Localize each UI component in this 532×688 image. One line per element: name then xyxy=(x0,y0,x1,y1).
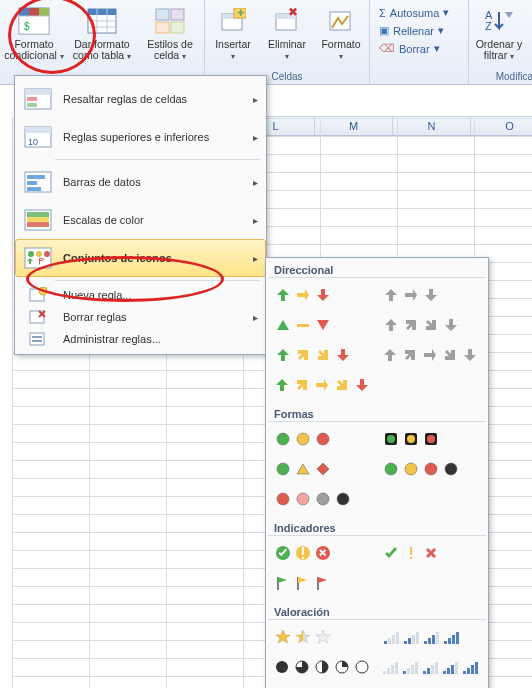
tri-down-red-icon xyxy=(314,317,331,334)
svg-point-55 xyxy=(297,433,309,445)
chevron-right-icon: ▸ xyxy=(253,215,258,226)
svg-point-56 xyxy=(317,433,329,445)
svg-point-58 xyxy=(387,435,395,443)
iconset-option[interactable] xyxy=(272,312,372,338)
svg-rect-108 xyxy=(435,662,438,674)
iconset-option[interactable] xyxy=(272,456,372,482)
chevron-right-icon: ▸ xyxy=(253,312,258,323)
autosum-button[interactable]: ΣAutosuma ▾ xyxy=(374,4,454,21)
iconset-option[interactable] xyxy=(272,426,372,452)
bars-3-icon xyxy=(441,659,458,676)
menu-highlight-rules[interactable]: Resaltar reglas de celdas ▸ xyxy=(15,80,266,118)
circle-pink-icon xyxy=(294,491,311,508)
iconset-option[interactable] xyxy=(272,486,372,512)
clear-button[interactable]: ⌫Borrar ▾ xyxy=(374,40,454,57)
svg-text:10: 10 xyxy=(28,137,38,147)
clear-rules-icon xyxy=(23,308,53,326)
formato-condicional-button[interactable]: $ Formato condicional ▾ xyxy=(0,2,68,65)
svg-rect-82 xyxy=(412,635,415,644)
diamond-red-icon xyxy=(314,461,331,478)
svg-rect-18 xyxy=(171,22,184,33)
sort-filter-button[interactable]: AZ Ordenar y filtrar ▾ xyxy=(471,2,527,65)
menu-clear-rules[interactable]: Borrar reglas ▸ xyxy=(15,306,266,328)
menu-color-scales[interactable]: Escalas de color ▸ xyxy=(15,201,266,239)
circle-gray-icon xyxy=(314,491,331,508)
circle-green-icon xyxy=(274,431,291,448)
fill-button[interactable]: ▣Rellenar ▾ xyxy=(374,22,454,39)
iconset-option[interactable] xyxy=(380,540,480,566)
menu-icon-sets[interactable]: Conjuntos de iconos ▸ xyxy=(15,239,266,277)
cell-styles-button[interactable]: Estilos de celda ▾ xyxy=(136,2,204,65)
svg-rect-109 xyxy=(443,671,446,674)
arrow-dr-yellow-icon xyxy=(314,347,331,364)
arrow-right-gray-icon xyxy=(402,287,419,304)
bars-0-icon xyxy=(382,659,399,676)
arrow-down-gray-icon xyxy=(442,317,459,334)
format-label: Formato xyxy=(321,38,360,50)
new-rule-icon xyxy=(23,286,53,304)
top-bottom-icon: 10 xyxy=(23,124,53,150)
svg-rect-52 xyxy=(32,336,42,338)
dash-yellow-icon xyxy=(294,317,311,334)
clear-label: Borrar xyxy=(399,43,430,55)
svg-rect-38 xyxy=(27,181,37,185)
iconset-option[interactable] xyxy=(272,684,372,688)
iconset-option[interactable] xyxy=(380,456,480,482)
arrow-down-gray-icon xyxy=(422,287,439,304)
modify-group-label: Modificar xyxy=(469,71,532,82)
x-circle-red-icon xyxy=(314,545,331,562)
format-cells-button[interactable]: Formato▾ xyxy=(314,2,368,65)
find-select-button[interactable]: Bu selec xyxy=(527,2,532,65)
svg-rect-100 xyxy=(395,662,398,674)
insert-button[interactable]: ✚ Insertar▾ xyxy=(206,2,260,65)
svg-point-70 xyxy=(317,493,329,505)
svg-rect-16 xyxy=(171,9,184,20)
svg-point-62 xyxy=(427,435,435,443)
heading-formas: Formas xyxy=(268,404,486,422)
iconset-option[interactable] xyxy=(272,570,372,596)
circle-green-icon xyxy=(382,461,399,478)
svg-rect-101 xyxy=(403,671,406,674)
iconset-option[interactable] xyxy=(380,342,480,368)
menu-top-bottom-rules[interactable]: 10 Reglas superiores e inferiores ▸ xyxy=(15,118,266,156)
arrow-up-green-icon xyxy=(274,287,291,304)
menu-new-rule-label: Nueva regla... xyxy=(63,289,258,301)
menu-manage-rules[interactable]: Administrar reglas... xyxy=(15,328,266,350)
delete-button[interactable]: ✖ Eliminar▾ xyxy=(260,2,314,65)
arrow-up-gray-icon xyxy=(382,287,399,304)
flag-yellow-icon xyxy=(294,575,311,592)
sort-filter-icon: AZ xyxy=(483,5,515,37)
menu-data-bars[interactable]: Barras de datos ▸ xyxy=(15,163,266,201)
iconset-option[interactable] xyxy=(272,654,372,680)
chevron-right-icon: ▸ xyxy=(253,253,258,264)
iconset-option[interactable] xyxy=(380,282,480,308)
iconset-option[interactable] xyxy=(272,282,372,308)
svg-rect-76 xyxy=(384,641,387,644)
circle-green-icon xyxy=(274,461,291,478)
iconset-option[interactable] xyxy=(272,372,372,398)
delete-label: Eliminar xyxy=(268,38,306,50)
iconset-option[interactable] xyxy=(272,540,372,566)
iconset-option[interactable] xyxy=(380,624,480,650)
bars-2-icon xyxy=(422,659,439,676)
svg-rect-34 xyxy=(25,127,51,133)
svg-text:$: $ xyxy=(24,21,30,32)
arrow-up-green-icon xyxy=(274,377,291,394)
format-as-table-button[interactable]: Dar formato como tabla ▾ xyxy=(68,2,136,65)
svg-text:Z: Z xyxy=(485,20,492,32)
menu-new-rule[interactable]: Nueva regla... xyxy=(15,284,266,306)
iconset-option[interactable] xyxy=(380,654,480,680)
find-icon xyxy=(528,5,532,37)
menu-data-bars-label: Barras de datos xyxy=(63,176,243,188)
color-scales-icon xyxy=(23,207,53,233)
svg-rect-90 xyxy=(452,635,455,644)
iconset-option[interactable] xyxy=(272,624,372,650)
excl-yellow-icon xyxy=(402,545,419,562)
star-empty-icon xyxy=(314,629,331,646)
iconset-option[interactable] xyxy=(272,342,372,368)
iconset-option[interactable] xyxy=(380,312,480,338)
svg-rect-97 xyxy=(383,671,386,674)
menu-icon-sets-label: Conjuntos de iconos xyxy=(63,252,243,264)
iconset-option[interactable] xyxy=(380,426,480,452)
bars-1-icon xyxy=(382,629,399,646)
